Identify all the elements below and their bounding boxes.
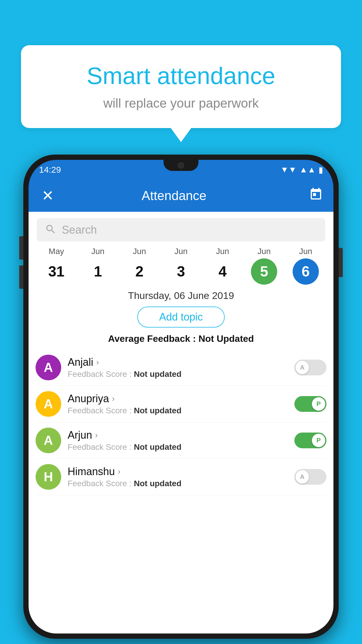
student-avatar: A <box>36 428 61 453</box>
search-placeholder: Search <box>62 224 97 236</box>
student-avatar: A <box>36 391 61 417</box>
attendance-toggle[interactable]: P <box>294 433 326 448</box>
calendar-day[interactable]: Jun4 <box>202 247 243 285</box>
average-feedback: Average Feedback : Not Updated <box>29 333 333 344</box>
feedback-score: Feedback Score : Not updated <box>68 406 288 415</box>
cal-month-label: Jun <box>299 247 312 256</box>
cal-month-label: Jun <box>174 247 187 256</box>
calendar-day[interactable]: Jun1 <box>77 247 119 285</box>
student-name: Anupriya › <box>68 393 288 405</box>
app-bar-title: Attendance <box>39 188 309 203</box>
cal-date-label: 4 <box>210 258 236 285</box>
student-name: Anjali › <box>68 356 288 368</box>
calendar-icon[interactable] <box>309 187 323 204</box>
student-info: Arjun ›Feedback Score : Not updated <box>68 429 288 452</box>
cal-month-label: Jun <box>133 247 146 256</box>
calendar-day[interactable]: Jun6 <box>285 247 326 285</box>
cal-date-label: 3 <box>168 258 194 285</box>
student-name: Arjun › <box>68 429 288 441</box>
student-name-text: Anjali <box>68 356 93 368</box>
student-item[interactable]: AArjun ›Feedback Score : Not updatedP <box>36 422 326 459</box>
bubble-subtitle: will replace your paperwork <box>41 96 321 111</box>
cal-date-label: 6 <box>293 258 319 285</box>
student-list: AAnjali ›Feedback Score : Not updatedAAA… <box>29 349 333 495</box>
toggle-thumb: P <box>312 397 325 411</box>
add-topic-button[interactable]: Add topic <box>137 307 225 328</box>
chevron-icon: › <box>112 394 115 403</box>
chevron-icon: › <box>95 430 98 440</box>
attendance-toggle[interactable]: P <box>294 396 326 412</box>
calendar-day[interactable]: Jun3 <box>160 247 202 285</box>
student-avatar: A <box>36 355 61 380</box>
avg-feedback-value: Not Updated <box>198 333 254 344</box>
chevron-icon: › <box>96 358 99 367</box>
avg-feedback-label: Average Feedback : <box>108 333 198 344</box>
student-info: Anjali ›Feedback Score : Not updated <box>68 356 288 379</box>
feedback-score: Feedback Score : Not updated <box>68 442 288 452</box>
student-info: Himanshu ›Feedback Score : Not updated <box>68 466 288 488</box>
cal-date-label: 31 <box>43 258 69 285</box>
speech-bubble-container: Smart attendance will replace your paper… <box>21 45 341 128</box>
calendar-day[interactable]: Jun2 <box>119 247 160 285</box>
toggle-thumb: A <box>296 470 309 484</box>
toggle-track: P <box>294 396 326 412</box>
student-item[interactable]: AAnupriya ›Feedback Score : Not updatedP <box>36 386 326 422</box>
feedback-score: Feedback Score : Not updated <box>68 370 288 379</box>
speech-bubble: Smart attendance will replace your paper… <box>21 45 341 128</box>
calendar-strip: May31Jun1Jun2Jun3Jun4Jun5Jun6 <box>29 247 333 285</box>
cal-month-label: Jun <box>258 247 271 256</box>
cal-date-label: 2 <box>126 258 152 285</box>
student-item[interactable]: AAnjali ›Feedback Score : Not updatedA <box>36 349 326 386</box>
wifi-icon: ▼▼ <box>280 165 296 174</box>
camera <box>178 162 184 169</box>
toggle-track: A <box>294 469 326 485</box>
student-name: Himanshu › <box>68 466 288 478</box>
date-display: Thursday, 06 June 2019 <box>29 290 333 301</box>
student-avatar: H <box>36 464 61 490</box>
search-icon <box>45 223 57 236</box>
volume-up-button <box>19 236 23 260</box>
volume-down-button <box>19 265 23 289</box>
bubble-title: Smart attendance <box>41 63 321 89</box>
student-name-text: Arjun <box>68 429 92 441</box>
phone-frame: 14:29 ▼▼ ▲▲ ▮ ✕ Attendance <box>23 155 339 639</box>
feedback-score: Feedback Score : Not updated <box>68 479 288 488</box>
calendar-day[interactable]: Jun5 <box>243 247 285 285</box>
cal-month-label: May <box>49 247 64 256</box>
toggle-thumb: P <box>312 434 325 447</box>
signal-icon: ▲▲ <box>300 165 316 174</box>
calendar-day[interactable]: May31 <box>36 247 77 285</box>
toggle-track: P <box>294 433 326 448</box>
attendance-toggle[interactable]: A <box>294 360 326 375</box>
student-item[interactable]: HHimanshu ›Feedback Score : Not updatedA <box>36 459 326 495</box>
toggle-track: A <box>294 360 326 375</box>
battery-icon: ▮ <box>319 165 323 175</box>
student-name-text: Himanshu <box>68 466 115 478</box>
attendance-toggle[interactable]: A <box>294 469 326 485</box>
notch <box>164 160 198 171</box>
cal-month-label: Jun <box>216 247 229 256</box>
student-info: Anupriya ›Feedback Score : Not updated <box>68 393 288 415</box>
search-bar[interactable]: Search <box>37 218 325 242</box>
cal-month-label: Jun <box>91 247 104 256</box>
app-bar: ✕ Attendance <box>29 180 333 212</box>
status-time: 14:29 <box>39 165 61 175</box>
student-name-text: Anupriya <box>68 393 109 405</box>
power-button <box>339 248 343 277</box>
status-icons: ▼▼ ▲▲ ▮ <box>280 165 323 175</box>
screen-content: Search May31Jun1Jun2Jun3Jun4Jun5Jun6 Thu… <box>29 212 333 634</box>
phone-inner: 14:29 ▼▼ ▲▲ ▮ ✕ Attendance <box>29 160 333 634</box>
chevron-icon: › <box>118 467 120 476</box>
cal-date-label: 5 <box>251 258 277 285</box>
cal-date-label: 1 <box>85 258 111 285</box>
toggle-thumb: A <box>296 361 309 374</box>
